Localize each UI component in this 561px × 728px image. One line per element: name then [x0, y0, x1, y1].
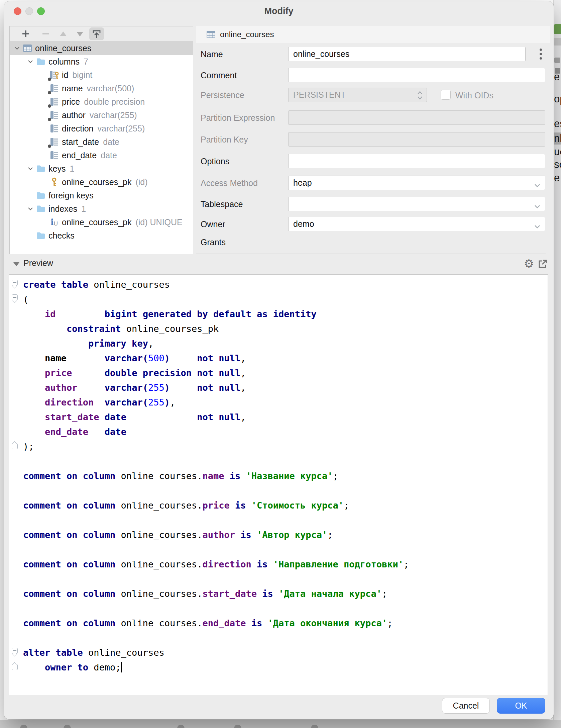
column-icon — [48, 83, 60, 93]
options-input[interactable] — [288, 154, 545, 168]
background-text-fragment: e — [554, 172, 560, 184]
folder-icon — [35, 164, 46, 173]
background-text-fragment: ue — [554, 146, 561, 158]
tree-item-online-courses-pk[interactable]: online_courses_pk(id) — [10, 175, 193, 189]
tree-item-id[interactable]: idbigint — [10, 68, 193, 82]
chevron-down-icon[interactable] — [12, 44, 22, 52]
code-line — [9, 572, 548, 586]
column-icon — [48, 97, 60, 107]
tree-item-label: keys — [48, 164, 66, 174]
column-pk-icon — [48, 70, 60, 80]
table-icon — [22, 44, 33, 53]
code-line — [9, 454, 548, 469]
tree-item-checks[interactable]: checks — [10, 229, 193, 242]
tree-item-online-courses[interactable]: online_courses — [10, 41, 193, 55]
partition-key-label: Partition Key — [201, 135, 248, 145]
code-line — [9, 631, 548, 645]
gear-icon[interactable]: ⚙ — [523, 257, 535, 270]
name-input[interactable]: online_courses — [288, 47, 526, 61]
cancel-button[interactable]: Cancel — [442, 698, 490, 714]
code-line — [9, 483, 548, 498]
tree-item-columns[interactable]: columns7 — [10, 55, 193, 68]
tree-item-label: checks — [48, 231, 75, 241]
not-null-dot — [48, 78, 51, 81]
sql-preview-editor[interactable]: create table online_courses( id bigint g… — [9, 274, 548, 695]
with-oids-checkbox — [441, 90, 451, 100]
chevron-down-icon[interactable] — [26, 205, 35, 212]
tree-item-keys[interactable]: keys1 — [10, 162, 193, 175]
tablespace-select[interactable] — [288, 197, 545, 211]
tree-item-label: price — [62, 97, 80, 107]
fold-start-marker[interactable] — [12, 294, 18, 300]
scroll-from-source-button[interactable] — [89, 27, 104, 40]
owner-label: Owner — [201, 219, 225, 229]
tree-item-foreign-keys[interactable]: foreign keys — [10, 189, 193, 202]
open-in-editor-icon[interactable] — [538, 259, 548, 270]
tree-body: online_courses columns7 idbigint namevar… — [10, 41, 193, 254]
tree-item-start-date[interactable]: start_datedate — [10, 135, 193, 149]
background-icon-fragment — [554, 58, 560, 63]
preview-header: Preview ⚙ — [4, 256, 554, 271]
owner-select[interactable]: demo — [288, 217, 545, 231]
not-null-dot — [48, 104, 51, 108]
fold-end-marker[interactable] — [12, 443, 18, 449]
collapse-triangle-icon[interactable] — [13, 262, 19, 266]
tree-item-label: indexes — [48, 204, 77, 214]
header-rule — [68, 265, 516, 265]
tablespace-label: Tablespace — [201, 199, 243, 209]
column-icon — [48, 123, 60, 133]
dialog-titlebar[interactable]: Modify — [4, 1, 554, 21]
fold-end-marker[interactable] — [12, 664, 18, 670]
persistence-select: PERSISTENT — [288, 88, 427, 102]
code-line: alter table online_courses — [9, 645, 548, 660]
code-line: id bigint generated by default as identi… — [9, 307, 548, 322]
background-text-fragment: se — [554, 159, 561, 171]
tree-item-label: start_date — [62, 137, 99, 147]
code-line: comment on column online_courses.price i… — [9, 498, 548, 513]
remove-button — [38, 27, 53, 40]
not-null-dot — [48, 145, 51, 148]
fold-start-marker[interactable] — [12, 648, 18, 654]
tree-item-label: end_date — [62, 151, 97, 160]
folder-icon — [35, 57, 46, 66]
tree-item-indexes[interactable]: indexes1 — [10, 202, 193, 215]
tree-item-meta: (id) — [135, 177, 147, 187]
background-text-fragment: es — [554, 118, 561, 130]
tree-item-price[interactable]: pricedouble precision — [10, 95, 193, 108]
name-label: Name — [201, 50, 223, 59]
access-method-label: Access Method — [201, 178, 258, 188]
column-icon — [48, 137, 60, 147]
tree-item-author[interactable]: authorvarchar(255) — [10, 108, 193, 122]
add-button[interactable] — [18, 27, 33, 40]
ok-button[interactable]: OK — [497, 698, 545, 714]
tab-label: online_courses — [220, 30, 274, 39]
fold-start-marker[interactable] — [12, 280, 18, 286]
tree-item-online-courses-pk[interactable]: iUonline_courses_pk(id) UNIQUE — [10, 215, 193, 229]
tab-online-courses[interactable]: online_courses — [205, 26, 274, 43]
code-line — [9, 513, 548, 528]
code-line: owner to demo; — [9, 660, 548, 675]
dock-icon — [20, 725, 27, 728]
kebab-menu-icon[interactable] — [536, 47, 546, 61]
not-null-dot — [48, 91, 51, 94]
editor-tabstrip: online_courses — [196, 26, 550, 43]
chevron-down-icon[interactable] — [26, 58, 35, 65]
move-down-button — [73, 27, 87, 40]
code-line: author varchar(255) not null, — [9, 380, 548, 395]
access-method-select[interactable]: heap — [288, 176, 545, 190]
structure-tree-panel: online_courses columns7 idbigint namevar… — [9, 26, 193, 254]
background-titlebar-fragment — [554, 38, 561, 46]
comment-input[interactable] — [288, 68, 545, 82]
column-icon — [48, 110, 60, 120]
tree-item-end-date[interactable]: end_datedate — [10, 149, 193, 162]
tree-item-name[interactable]: namevarchar(500) — [10, 82, 193, 95]
tree-item-label: name — [62, 84, 83, 93]
tree-item-meta: double precision — [84, 97, 145, 107]
code-line: end_date date — [9, 425, 548, 439]
code-line: comment on column online_courses.directi… — [9, 557, 548, 572]
tree-item-direction[interactable]: directionvarchar(255) — [10, 122, 193, 135]
partition-expression-input — [288, 110, 545, 125]
index-icon: iU — [48, 217, 60, 227]
chevron-down-icon[interactable] — [26, 165, 35, 172]
tree-item-label: id — [62, 70, 68, 80]
